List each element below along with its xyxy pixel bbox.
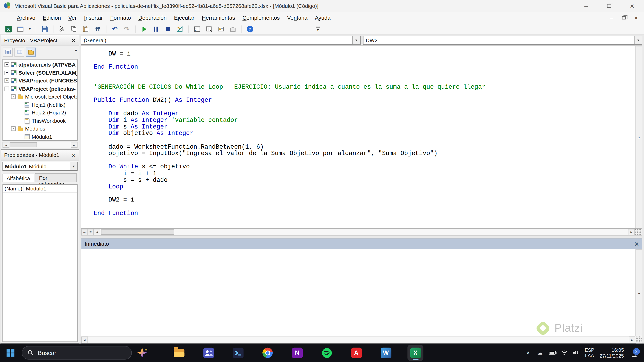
start-button[interactable]: [7, 349, 14, 357]
code-editor[interactable]: DW = i End Function 'GENERACIÓN DE CICLO…: [81, 46, 642, 229]
expander-icon[interactable]: +: [4, 71, 9, 75]
cut-icon[interactable]: [57, 24, 67, 34]
language-indicator[interactable]: ESP LAA: [585, 348, 594, 358]
paste-icon[interactable]: [80, 24, 91, 34]
menu-herramientas[interactable]: Herramientas: [198, 13, 239, 22]
tree-item[interactable]: Hoja1 (Netflix): [3, 101, 77, 109]
minimize-icon[interactable]: –: [582, 2, 590, 10]
redo-icon[interactable]: ↷: [122, 24, 132, 34]
properties-close-icon[interactable]: ×: [70, 151, 77, 159]
tree-item[interactable]: -VBAProject (peliculas-: [3, 85, 77, 93]
scrollbar-track[interactable]: [10, 142, 71, 148]
notification-center[interactable]: 3: [629, 348, 639, 358]
properties-window-icon[interactable]: [204, 24, 214, 34]
project-tree[interactable]: +atpvbaen.xls (ATPVBA+Solver (SOLVER.XLA…: [2, 59, 78, 141]
tree-item[interactable]: +VBAProject (FUNCRES: [3, 77, 77, 85]
menu-depuración[interactable]: Depuración: [135, 13, 170, 22]
tree-item[interactable]: +atpvbaen.xls (ATPVBA: [3, 61, 77, 69]
scroll-left-icon[interactable]: ◄: [81, 337, 88, 343]
find-icon[interactable]: [92, 24, 103, 34]
chevron-down-icon[interactable]: ▼: [634, 36, 642, 44]
toolbar-options-button[interactable]: ▼: [314, 24, 321, 33]
procedure-view-button[interactable]: –: [81, 229, 88, 235]
scroll-left-icon[interactable]: ◄: [3, 142, 10, 148]
insert-userform-icon[interactable]: [15, 24, 26, 34]
chevron-down-icon[interactable]: ▼: [352, 36, 360, 44]
menu-edición[interactable]: Edición: [39, 13, 64, 22]
view-excel-icon[interactable]: X: [3, 24, 14, 34]
break-icon[interactable]: [151, 24, 161, 34]
menu-ventana[interactable]: Ventana: [283, 13, 311, 22]
menu-ayuda[interactable]: Ayuda: [311, 13, 334, 22]
expander-icon[interactable]: +: [4, 78, 9, 83]
insert-dropdown-icon[interactable]: ▼: [27, 24, 32, 34]
full-module-view-button[interactable]: ≡: [88, 229, 94, 235]
scrollbar-thumb[interactable]: [10, 142, 37, 147]
code-text[interactable]: DW = i End Function 'GENERACIÓN DE CICLO…: [81, 46, 635, 228]
acrobat-icon[interactable]: A: [348, 345, 364, 361]
teams-icon[interactable]: [200, 345, 216, 361]
child-minimize-icon[interactable]: –: [608, 15, 614, 20]
menu-formato[interactable]: Formato: [106, 13, 134, 22]
volume-icon[interactable]: [573, 350, 580, 356]
expander-icon[interactable]: -: [11, 94, 16, 99]
menu-insertar[interactable]: Insertar: [80, 13, 106, 22]
scroll-right-icon[interactable]: ►: [71, 142, 77, 148]
scroll-up-icon[interactable]: ▲: [636, 249, 642, 336]
immediate-input-area[interactable]: ▲ ▼ ◄ ►: [81, 249, 642, 343]
property-value[interactable]: Módulo1: [23, 185, 77, 192]
tree-item[interactable]: -Microsoft Excel Objeto: [3, 93, 77, 101]
child-close-icon[interactable]: ×: [633, 15, 639, 20]
tree-item[interactable]: ThisWorkbook: [3, 117, 77, 125]
tree-item[interactable]: +Solver (SOLVER.XLAM): [3, 69, 77, 77]
file-explorer-icon[interactable]: [171, 345, 187, 361]
expander-icon[interactable]: +: [4, 62, 9, 67]
close-icon[interactable]: ×: [628, 2, 636, 10]
help-icon[interactable]: ?: [245, 24, 255, 34]
undo-icon[interactable]: ↶: [110, 24, 120, 34]
clock[interactable]: 16:05 27/11/2025: [600, 347, 624, 359]
tree-item[interactable]: Módulo1: [3, 133, 77, 141]
procedure-dropdown[interactable]: DW2 ▼: [363, 36, 642, 45]
object-dropdown[interactable]: (General) ▼: [81, 36, 360, 45]
hidden-icons-chevron-icon[interactable]: ∧: [525, 350, 532, 356]
menu-ver[interactable]: Ver: [64, 13, 80, 22]
spotify-icon[interactable]: [319, 345, 335, 361]
immediate-vertical-scrollbar[interactable]: ▲ ▼: [635, 249, 642, 336]
scrollbar-thumb[interactable]: [101, 230, 174, 235]
wifi-icon[interactable]: [561, 350, 568, 356]
scrollbar-track[interactable]: [100, 229, 628, 235]
immediate-close-icon[interactable]: ×: [633, 240, 640, 248]
project-explorer-icon[interactable]: [192, 24, 202, 34]
property-row[interactable]: (Name) Módulo1: [3, 185, 77, 193]
scroll-right-icon[interactable]: ►: [628, 229, 634, 235]
battery-icon[interactable]: [548, 351, 556, 355]
chrome-icon[interactable]: [260, 345, 276, 361]
immediate-horizontal-scrollbar[interactable]: ◄ ►: [81, 336, 635, 343]
object-browser-icon[interactable]: [216, 24, 226, 34]
scroll-right-icon[interactable]: ►: [629, 337, 635, 343]
design-mode-icon[interactable]: [174, 24, 185, 34]
excel-icon[interactable]: X: [407, 345, 424, 361]
reset-icon[interactable]: [162, 24, 173, 34]
tree-item[interactable]: Hoja2 (Hoja 2): [3, 109, 77, 117]
expander-icon[interactable]: -: [11, 126, 16, 131]
onedrive-cloud-icon[interactable]: ☁: [537, 350, 544, 356]
menu-archivo[interactable]: Archivo: [13, 13, 39, 22]
project-horizontal-scrollbar[interactable]: ◄ ►: [2, 142, 78, 148]
child-restore-icon[interactable]: [621, 15, 627, 20]
properties-object-dropdown[interactable]: Módulo1 Módulo ▼: [2, 162, 78, 171]
menu-complementos[interactable]: Complementos: [239, 13, 283, 22]
scroll-up-icon[interactable]: ▲: [636, 46, 642, 228]
code-vertical-scrollbar[interactable]: ▲ ▼: [635, 46, 642, 228]
view-code-icon[interactable]: [3, 47, 13, 56]
word-icon[interactable]: W: [378, 345, 394, 361]
restore-icon[interactable]: [605, 2, 613, 10]
toggle-folders-icon[interactable]: [26, 47, 36, 56]
resize-grip[interactable]: [634, 229, 642, 235]
project-close-icon[interactable]: ×: [70, 37, 77, 44]
scrollbar-track[interactable]: [88, 337, 629, 343]
chevron-down-icon[interactable]: ▼: [70, 162, 77, 170]
save-icon[interactable]: [40, 24, 50, 34]
view-object-icon[interactable]: [14, 47, 24, 56]
